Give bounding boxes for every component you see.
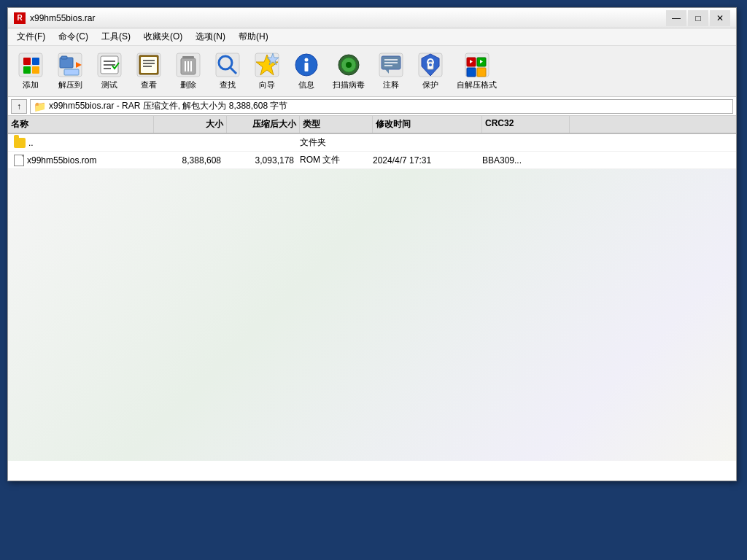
svg-rect-2	[32, 58, 39, 65]
col-header-packed[interactable]: 压缩后大小	[227, 116, 300, 133]
col-header-modified[interactable]: 修改时间	[373, 116, 482, 133]
svg-rect-4	[32, 66, 39, 74]
protect-label: 保护	[422, 79, 438, 90]
svg-point-48	[429, 63, 432, 66]
file-size: 8,388,608	[154, 155, 227, 166]
file-row[interactable]: .. 文件夹	[8, 134, 736, 152]
comment-button[interactable]: 注释	[373, 49, 409, 93]
find-label: 查找	[220, 79, 236, 90]
close-button[interactable]: ✕	[710, 10, 730, 26]
view-label: 查看	[141, 79, 157, 90]
app-icon: R	[14, 12, 26, 24]
window-controls: — □ ✕	[666, 10, 730, 26]
col-header-type[interactable]: 类型	[300, 116, 373, 133]
minimize-button[interactable]: —	[666, 10, 686, 26]
delete-label: 删除	[180, 79, 196, 90]
col-header-size[interactable]: 大小	[154, 116, 227, 133]
file-name: ..	[28, 138, 34, 148]
view-button[interactable]: 查看	[131, 49, 167, 93]
menu-tools[interactable]: 工具(S)	[96, 29, 136, 45]
up-icon: ↑	[17, 101, 21, 112]
file-type: ROM 文件	[300, 154, 373, 166]
svg-rect-51	[467, 68, 476, 77]
address-bar: ↑ 📁 x99hm55bios.rar - RAR 压缩文件, 解包大小为 8,…	[8, 97, 736, 116]
sfx-label: 自解压格式	[457, 79, 497, 90]
extract-label: 解压到	[58, 79, 82, 90]
svg-rect-3	[23, 66, 31, 74]
scan-icon	[336, 52, 362, 78]
svg-point-34	[305, 58, 309, 62]
empty-area	[8, 169, 736, 461]
window-title: x99hm55bios.rar	[30, 13, 95, 23]
file-type: 文件夹	[300, 136, 373, 149]
svg-rect-35	[305, 63, 309, 71]
add-label: 添加	[23, 79, 39, 90]
file-crc: BBA309...	[482, 155, 570, 166]
file-modified: 2024/4/7 17:31	[373, 155, 482, 166]
file-packed: 3,093,178	[227, 155, 300, 166]
delete-button[interactable]: 删除	[170, 49, 206, 93]
menu-file[interactable]: 文件(F)	[11, 29, 51, 45]
test-label: 测试	[101, 79, 117, 90]
col-header-crc[interactable]: CRC32	[482, 116, 570, 133]
column-headers: 名称 大小 压缩后大小 类型 修改时间 CRC32	[8, 116, 736, 134]
view-icon	[136, 52, 162, 78]
scan-button[interactable]: 扫描病毒	[328, 49, 370, 93]
svg-point-38	[346, 62, 352, 68]
path-text: x99hm55bios.rar - RAR 压缩文件, 解包大小为 8,388,…	[49, 100, 287, 112]
wizard-button[interactable]: 向导	[249, 49, 285, 93]
find-icon	[214, 52, 241, 78]
comment-label: 注释	[383, 79, 399, 90]
title-bar-left: R x99hm55bios.rar	[14, 12, 95, 24]
info-label: 信息	[298, 79, 314, 90]
menu-command[interactable]: 命令(C)	[53, 29, 94, 45]
extract-icon	[57, 52, 83, 78]
path-icon: 📁	[34, 101, 46, 112]
info-button[interactable]: 信息	[288, 49, 325, 93]
folder-icon	[14, 138, 26, 148]
find-button[interactable]: 查找	[209, 49, 246, 93]
wizard-icon	[254, 52, 280, 78]
info-icon	[293, 52, 320, 78]
file-list: 名称 大小 压缩后大小 类型 修改时间 CRC32 .. 文件夹 x99hm55…	[8, 116, 736, 481]
test-button[interactable]: 测试	[91, 49, 128, 93]
file-row[interactable]: x99hm55bios.rom 8,388,608 3,093,178 ROM …	[8, 152, 736, 169]
up-button[interactable]: ↑	[11, 99, 27, 114]
address-path: 📁 x99hm55bios.rar - RAR 压缩文件, 解包大小为 8,38…	[30, 99, 733, 114]
protect-button[interactable]: 保护	[412, 49, 449, 93]
title-bar: R x99hm55bios.rar — □ ✕	[8, 8, 736, 28]
file-name: x99hm55bios.rom	[27, 155, 96, 166]
svg-rect-1	[23, 58, 31, 65]
svg-rect-7	[61, 56, 67, 59]
wizard-label: 向导	[259, 79, 275, 90]
col-header-name[interactable]: 名称	[8, 116, 154, 133]
svg-rect-9	[64, 69, 79, 75]
scan-label: 扫描病毒	[333, 79, 365, 90]
delete-icon	[175, 52, 201, 78]
comment-icon	[378, 52, 404, 78]
add-button[interactable]: 添加	[12, 49, 49, 93]
svg-rect-17	[141, 57, 157, 73]
protect-icon	[417, 52, 444, 78]
menu-options[interactable]: 选项(N)	[190, 29, 231, 45]
sfx-button[interactable]: 自解压格式	[452, 49, 502, 93]
svg-rect-53	[477, 68, 486, 77]
menu-favorites[interactable]: 收藏夹(O)	[138, 29, 188, 45]
add-icon	[18, 52, 44, 78]
menu-bar: 文件(F) 命令(C) 工具(S) 收藏夹(O) 选项(N) 帮助(H)	[8, 28, 736, 46]
extract-button[interactable]: 解压到	[52, 49, 88, 93]
test-icon	[96, 52, 123, 78]
main-window: R x99hm55bios.rar — □ ✕ 文件(F) 命令(C) 工具(S…	[7, 7, 737, 481]
toolbar: 添加 解压到	[8, 46, 736, 97]
menu-help[interactable]: 帮助(H)	[233, 29, 274, 45]
file-icon	[14, 155, 24, 166]
sfx-icon	[464, 52, 490, 78]
maximize-button[interactable]: □	[688, 10, 708, 26]
